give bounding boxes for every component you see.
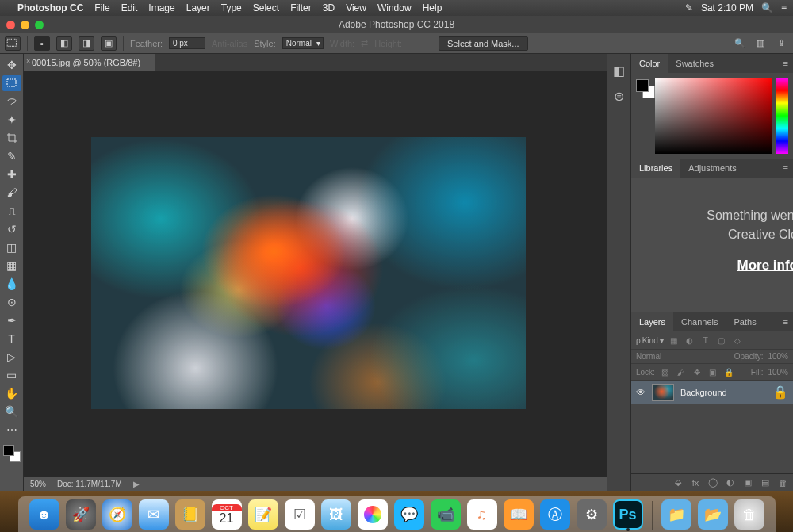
zoom-level[interactable]: 50% xyxy=(30,480,46,488)
history-brush-tool-icon[interactable]: ↺ xyxy=(2,221,21,237)
color-fgbg-swatch[interactable] xyxy=(631,73,655,159)
document-tab[interactable]: × 00015.jpg @ 50% (RGB/8#) xyxy=(24,54,155,71)
tool-preset-icon[interactable] xyxy=(5,36,21,51)
zoom-tool-icon[interactable]: 🔍 xyxy=(2,404,21,419)
filter-pixel-icon[interactable]: ▦ xyxy=(668,335,680,346)
lock-paint-icon[interactable]: 🖌 xyxy=(676,366,687,377)
dock-calendar-icon[interactable]: OCT21 xyxy=(212,499,242,530)
hand-tool-icon[interactable]: ✋ xyxy=(2,385,21,401)
group-icon[interactable]: ▣ xyxy=(742,477,753,488)
tab-color[interactable]: Color xyxy=(631,54,668,73)
eraser-tool-icon[interactable]: ◫ xyxy=(2,239,21,255)
layer-mask-icon[interactable]: ◯ xyxy=(707,477,718,488)
dock-photoshop-icon[interactable]: Ps xyxy=(613,499,643,530)
new-selection-icon[interactable]: ▪ xyxy=(34,36,50,51)
dock-notes-icon[interactable]: 📝 xyxy=(248,499,278,530)
menu-layer[interactable]: Layer xyxy=(186,2,210,13)
blur-tool-icon[interactable]: 💧 xyxy=(2,276,21,292)
dock-trash-icon[interactable]: 🗑 xyxy=(734,499,764,530)
color-field[interactable] xyxy=(655,78,772,154)
brush-tool-icon[interactable]: 🖌 xyxy=(2,185,21,201)
dock-finder-icon[interactable]: ☻ xyxy=(29,499,59,530)
layer-name[interactable]: Background xyxy=(680,388,766,397)
dock-preferences-icon[interactable]: ⚙ xyxy=(577,499,607,530)
tab-swatches[interactable]: Swatches xyxy=(668,54,722,73)
close-tab-icon[interactable]: × xyxy=(26,57,30,65)
window-close-button[interactable] xyxy=(6,21,15,29)
menu-help[interactable]: Help xyxy=(423,2,442,13)
stamp-tool-icon[interactable]: ⎍ xyxy=(2,203,21,219)
control-center-icon[interactable]: ≡ xyxy=(781,2,787,13)
layer-thumbnail[interactable] xyxy=(652,384,674,401)
panel-menu-icon[interactable]: ≡ xyxy=(779,163,793,173)
dock-photos-icon[interactable] xyxy=(358,499,388,530)
dock-reminders-icon[interactable]: ☑ xyxy=(285,499,315,530)
menu-select[interactable]: Select xyxy=(253,2,279,13)
move-tool-icon[interactable]: ✥ xyxy=(2,57,21,73)
dock-preview-icon[interactable]: 🖼 xyxy=(321,499,351,530)
add-selection-icon[interactable]: ◧ xyxy=(56,36,72,51)
search-icon[interactable]: 🔍 xyxy=(733,37,747,50)
tab-channels[interactable]: Channels xyxy=(673,312,726,331)
libraries-more-info-link[interactable]: More info xyxy=(707,255,793,276)
edit-toolbar-icon[interactable]: ⋯ xyxy=(2,422,21,438)
dock-documents-icon[interactable]: 📁 xyxy=(661,499,691,530)
subtract-selection-icon[interactable]: ◨ xyxy=(79,36,94,51)
lock-icon[interactable]: 🔒 xyxy=(772,385,788,400)
tab-adjustments[interactable]: Adjustments xyxy=(680,159,745,178)
menu-filter[interactable]: Filter xyxy=(290,2,312,13)
dock-messages-icon[interactable]: 💬 xyxy=(394,499,424,530)
scribble-icon[interactable]: ✎ xyxy=(685,2,693,13)
doc-size[interactable]: Doc: 11.7M/11.7M xyxy=(57,480,122,488)
dock-safari-icon[interactable]: 🧭 xyxy=(102,499,132,530)
dodge-tool-icon[interactable]: ⊙ xyxy=(2,294,21,310)
tab-paths[interactable]: Paths xyxy=(726,312,764,331)
marquee-tool-icon[interactable] xyxy=(2,75,21,91)
window-zoom-button[interactable] xyxy=(35,21,44,29)
history-panel-icon[interactable]: ◧ xyxy=(611,63,626,78)
panel-menu-icon[interactable]: ≡ xyxy=(779,59,793,68)
filter-smart-icon[interactable]: ◇ xyxy=(732,335,743,346)
foreground-background-swatch[interactable] xyxy=(3,445,21,462)
lasso-tool-icon[interactable] xyxy=(2,94,21,109)
lock-position-icon[interactable]: ✥ xyxy=(691,366,703,377)
lock-transparent-icon[interactable]: ▨ xyxy=(660,366,671,377)
layer-fx-icon[interactable]: fx xyxy=(690,478,701,488)
spotlight-icon[interactable]: 🔍 xyxy=(761,2,773,13)
menu-file[interactable]: File xyxy=(94,2,109,13)
opacity-value[interactable]: 100% xyxy=(768,352,788,361)
share-icon[interactable]: ⇪ xyxy=(774,37,788,50)
menu-view[interactable]: View xyxy=(346,2,366,13)
visibility-toggle-icon[interactable]: 👁 xyxy=(636,387,646,398)
artboard[interactable] xyxy=(91,137,526,409)
panel-menu-icon[interactable]: ≡ xyxy=(779,317,793,327)
dock-ibooks-icon[interactable]: 📖 xyxy=(504,499,534,530)
healing-tool-icon[interactable]: ✚ xyxy=(2,166,21,182)
dock-contacts-icon[interactable]: 📒 xyxy=(175,499,205,530)
tab-libraries[interactable]: Libraries xyxy=(631,159,680,178)
lock-artboard-icon[interactable]: ▣ xyxy=(707,366,718,377)
menu-type[interactable]: Type xyxy=(221,2,242,13)
gradient-tool-icon[interactable]: ▦ xyxy=(2,258,21,274)
workspace-switcher-icon[interactable]: ▥ xyxy=(753,37,768,50)
feather-input[interactable] xyxy=(169,37,205,49)
new-layer-icon[interactable]: ▤ xyxy=(760,477,771,488)
tab-layers[interactable]: Layers xyxy=(631,312,673,331)
status-flyout-icon[interactable]: ▶ xyxy=(133,480,140,488)
lock-all-icon[interactable]: 🔒 xyxy=(723,366,734,377)
menu-3d[interactable]: 3D xyxy=(323,2,335,13)
dock-appstore-icon[interactable]: Ⓐ xyxy=(540,499,570,530)
properties-panel-icon[interactable]: ⊜ xyxy=(611,89,626,103)
dock-facetime-icon[interactable]: 📹 xyxy=(431,499,461,530)
menu-edit[interactable]: Edit xyxy=(121,2,138,13)
pen-tool-icon[interactable]: ✒ xyxy=(2,312,21,328)
dock-itunes-icon[interactable]: ♫ xyxy=(467,499,497,530)
dock-downloads-icon[interactable]: 📂 xyxy=(698,499,728,530)
filter-type-icon[interactable]: T xyxy=(700,335,711,346)
dock-mail-icon[interactable]: ✉ xyxy=(139,499,169,530)
fill-value[interactable]: 100% xyxy=(768,368,788,377)
eyedropper-tool-icon[interactable]: ✎ xyxy=(2,148,21,164)
path-select-tool-icon[interactable]: ▷ xyxy=(2,349,21,365)
dock-launchpad-icon[interactable]: 🚀 xyxy=(66,499,96,530)
menu-window[interactable]: Window xyxy=(377,2,412,13)
